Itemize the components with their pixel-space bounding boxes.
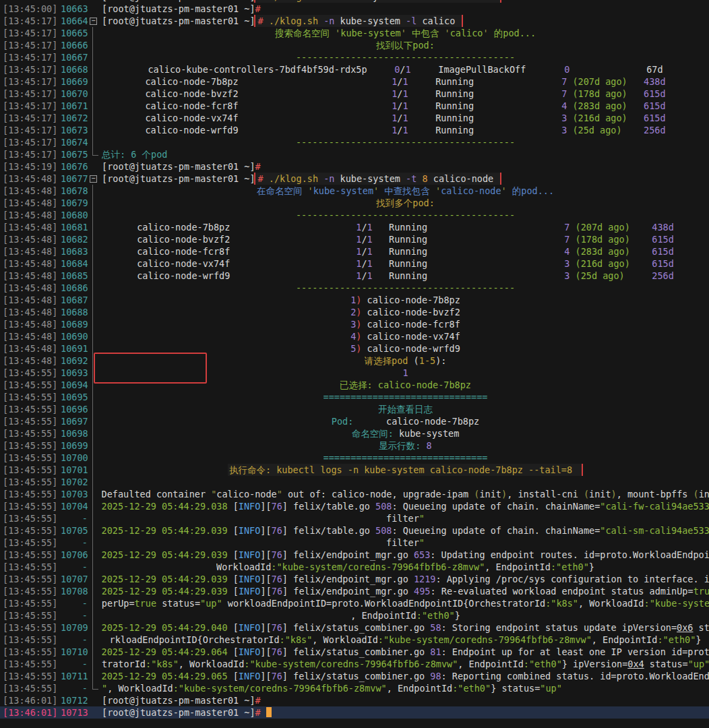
text-segment: workloadEndpointID=proto.WorkloadEndpoin… xyxy=(222,598,546,609)
gutter-line-number: - xyxy=(61,597,88,609)
text-segment xyxy=(569,234,575,245)
text-segment: [ xyxy=(228,586,239,597)
gutter-timestamp: [13:45:17] xyxy=(0,63,61,75)
terminal-row: [13:45:17]10668calico-kube-controllers-7… xyxy=(0,63,709,75)
fold-guide xyxy=(88,658,102,670)
gutter-line-number: 10677 xyxy=(61,173,88,185)
terminal-line-content: 找到以下pod: xyxy=(376,39,709,51)
text-segment: calico-node-bvzf2 xyxy=(145,88,392,99)
text-segment: 1 xyxy=(367,246,373,257)
terminal-row: [13:45:55]-tratorId:"k8s", WorkloadId:"k… xyxy=(0,658,709,670)
terminal-line-content: 开始查看日志 xyxy=(378,403,709,415)
terminal-line-content: ---------------------------------------- xyxy=(296,209,709,221)
text-segment: Running xyxy=(373,222,564,233)
fold-collapse-icon[interactable] xyxy=(88,15,102,27)
text-segment: Running xyxy=(408,76,562,87)
text-segment xyxy=(627,76,644,87)
gutter-timestamp: [13:45:48] xyxy=(0,306,61,318)
fold-guide xyxy=(88,306,350,318)
terminal-row: [13:45:55]10696开始查看日志 xyxy=(0,403,709,415)
terminal-row: [13:45:55]-perUp=true status="up" worklo… xyxy=(0,597,709,609)
terminal-row: [13:45:17]10666找到以下pod: xyxy=(0,39,709,51)
text-segment: kube-system xyxy=(334,0,406,2)
text-segment: , EndpointId xyxy=(350,610,417,621)
text-segment: 76 xyxy=(272,646,282,657)
text-segment: calico-node-vx74f xyxy=(137,258,356,269)
terminal-row: [13:45:48]10692请选择pod (1-5): xyxy=(0,355,709,367)
gutter-timestamp: [13:45:17] xyxy=(0,15,61,27)
text-segment: , WorkloadId xyxy=(312,634,378,645)
fold-guide xyxy=(88,27,275,39)
gutter-timestamp: [13:45:48] xyxy=(0,342,61,355)
text-segment: -n xyxy=(323,173,334,184)
fold-guide xyxy=(88,500,102,512)
text-segment: 命名空间: xyxy=(352,428,399,439)
terminal-row: [13:45:19]10676[root@jtuatzs-pm-master01… xyxy=(0,160,709,173)
text-segment: : Endpoint up for at least one IP versio… xyxy=(441,646,709,657)
gutter-line-number: 10666 xyxy=(61,39,88,51)
text-segment: -t xyxy=(406,173,417,184)
gutter-line-number: 10713 xyxy=(61,706,88,719)
text-segment: # xyxy=(258,173,264,184)
terminal-line-content: calico-node-bvzf2 1/1 Running 7 (178d ag… xyxy=(145,88,709,100)
gutter-timestamp: [13:45:48] xyxy=(0,245,61,257)
text-segment: "up" xyxy=(688,659,709,669)
text-segment: : Re-evaluated workload endpoint status … xyxy=(431,586,693,597)
text-segment: 执行命令: kubectl logs -n kube-system calico… xyxy=(229,464,572,475)
fold-guide xyxy=(88,136,296,148)
fold-guide xyxy=(88,634,110,646)
fold-collapse-icon[interactable] xyxy=(88,173,102,185)
terminal-line-content: 命名空间: kube-system xyxy=(352,427,709,439)
terminal-viewport[interactable]: [root@jtuatzs-pm-master01 ~]# ./klog.sh … xyxy=(0,0,709,728)
fold-guide xyxy=(88,124,145,136)
text-segment: ' xyxy=(373,185,379,196)
terminal-row: [13:45:55]10701执行命令: kubectl logs -n kub… xyxy=(0,464,709,476)
text-segment: :"kube-system/coredns-79964fbfb6-z8mvw" xyxy=(378,634,592,645)
text-segment: 98 xyxy=(430,671,441,681)
fold-guide xyxy=(88,63,148,75)
fold-guide xyxy=(88,342,350,355)
gutter-timestamp: [13:45:55] xyxy=(0,634,61,646)
text-segment: ) xyxy=(501,489,507,499)
text-segment: (178d ago) xyxy=(572,88,627,99)
text-segment: INFO xyxy=(239,586,261,597)
fold-guide xyxy=(88,160,102,173)
gutter-timestamp: [13:45:17] xyxy=(0,100,61,112)
fold-guide xyxy=(88,597,102,609)
text-segment: ( xyxy=(584,489,589,499)
text-segment: : Reporting combined status. id=proto.Wo… xyxy=(441,671,709,681)
text-segment xyxy=(264,173,269,184)
terminal-line-content: 2025-12-29 05:44:29.040 [INFO][76] felix… xyxy=(102,621,709,634)
text-segment: 8 xyxy=(423,0,428,2)
terminal-row: [13:45:55]107082025-12-29 05:44:29.039 [… xyxy=(0,585,709,597)
text-segment: calico-node-bvzf2 xyxy=(137,234,356,245)
gutter-timestamp: [13:45:48] xyxy=(0,355,61,367)
fold-guide xyxy=(88,403,378,415)
terminal-row: [13:45:48]10683calico-node-fcr8f 1/1 Run… xyxy=(0,245,709,257)
text-segment: 76 xyxy=(272,525,282,536)
text-segment: [ xyxy=(228,574,239,584)
gutter-timestamp: [13:45:55] xyxy=(0,427,61,439)
gutter-line-number: 10697 xyxy=(61,415,88,427)
text-segment: [root@jtuatzs-pm-master01 ~] xyxy=(102,161,255,172)
text-segment: ( xyxy=(693,489,699,499)
text-segment: calico-node-7b8pz xyxy=(361,295,460,305)
text-segment: :"eth0" xyxy=(452,683,491,694)
gutter-line-number: 10695 xyxy=(61,391,88,403)
text-segment: , WorkloadId xyxy=(107,683,173,694)
terminal-row: [13:45:17]10675总计: 6 个pod xyxy=(0,148,709,160)
text-segment: -l xyxy=(406,16,417,26)
text-segment: Running xyxy=(373,246,564,257)
text-segment: stat xyxy=(693,622,709,633)
terminal-row: [13:45:48]106904) calico-node-vx74f xyxy=(0,330,709,342)
terminal-row: [13:45:48]106871) calico-node-7b8pz xyxy=(0,294,709,306)
text-segment: , EndpointId xyxy=(592,634,658,645)
text-segment xyxy=(625,270,652,281)
terminal-line-content: 显示行数: 8 xyxy=(379,439,709,452)
terminal-row: [13:45:17]10673calico-node-wrfd9 1/1 Run… xyxy=(0,124,709,136)
fold-guide xyxy=(88,330,350,342)
gutter-line-number: 10704 xyxy=(61,500,88,512)
text-segment: ---------------------------------------- xyxy=(296,137,515,148)
terminal-row: [13:45:17]10671calico-node-fcr8f 1/1 Run… xyxy=(0,100,709,112)
gutter-timestamp: [13:45:17] xyxy=(0,27,61,39)
